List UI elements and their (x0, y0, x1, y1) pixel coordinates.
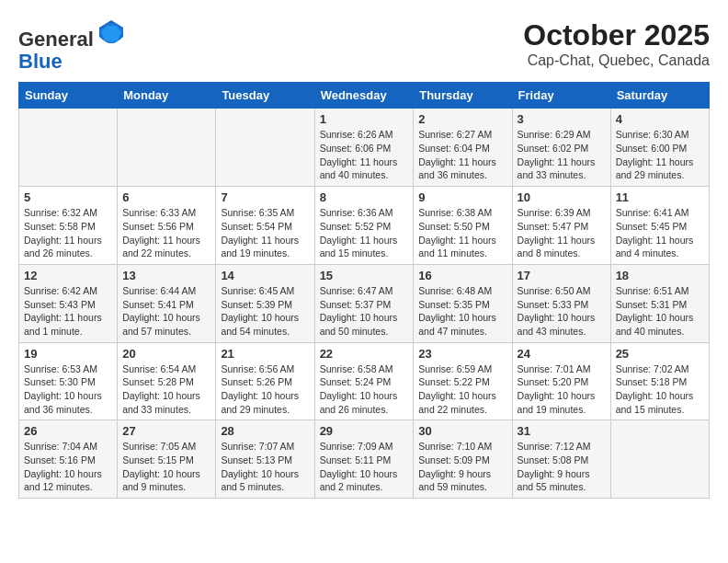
month-title: October 2025 (523, 18, 710, 52)
day-number: 9 (418, 190, 506, 204)
calendar-cell: 23Sunrise: 6:59 AM Sunset: 5:22 PM Dayli… (414, 342, 512, 420)
calendar-cell (610, 420, 709, 499)
calendar-cell: 4Sunrise: 6:30 AM Sunset: 6:00 PM Daylig… (610, 109, 709, 187)
calendar-week-row: 26Sunrise: 7:04 AM Sunset: 5:16 PM Dayli… (19, 420, 710, 499)
calendar-cell: 19Sunrise: 6:53 AM Sunset: 5:30 PM Dayli… (19, 342, 118, 420)
day-info: Sunrise: 7:04 AM Sunset: 5:16 PM Dayligh… (24, 440, 112, 494)
day-info: Sunrise: 7:02 AM Sunset: 5:18 PM Dayligh… (616, 362, 704, 417)
location-subtitle: Cap-Chat, Quebec, Canada (523, 52, 710, 69)
day-number: 23 (418, 347, 506, 361)
logo-blue: Blue (18, 50, 63, 73)
calendar-cell: 5Sunrise: 6:32 AM Sunset: 5:58 PM Daylig… (19, 187, 118, 265)
weekday-header: Saturday (610, 83, 709, 109)
calendar-cell: 2Sunrise: 6:27 AM Sunset: 6:04 PM Daylig… (414, 109, 512, 187)
calendar-table: SundayMondayTuesdayWednesdayThursdayFrid… (18, 82, 710, 499)
calendar-cell: 27Sunrise: 7:05 AM Sunset: 5:15 PM Dayli… (118, 420, 216, 499)
day-number: 24 (518, 347, 606, 361)
calendar-cell: 29Sunrise: 7:09 AM Sunset: 5:11 PM Dayli… (314, 420, 414, 499)
calendar-cell: 30Sunrise: 7:10 AM Sunset: 5:09 PM Dayli… (414, 420, 512, 499)
weekday-header: Tuesday (216, 83, 314, 109)
calendar-cell (19, 109, 118, 187)
calendar-cell: 14Sunrise: 6:45 AM Sunset: 5:39 PM Dayli… (216, 264, 314, 342)
day-number: 25 (616, 347, 704, 361)
calendar-cell: 22Sunrise: 6:58 AM Sunset: 5:24 PM Dayli… (314, 342, 414, 420)
day-number: 5 (24, 190, 112, 204)
day-number: 31 (518, 424, 606, 438)
day-number: 30 (418, 424, 506, 438)
calendar-week-row: 5Sunrise: 6:32 AM Sunset: 5:58 PM Daylig… (19, 187, 710, 265)
calendar-week-row: 1Sunrise: 6:26 AM Sunset: 6:06 PM Daylig… (19, 109, 710, 187)
logo: GeneralBlue (18, 18, 125, 73)
day-info: Sunrise: 6:54 AM Sunset: 5:28 PM Dayligh… (122, 362, 210, 417)
calendar-cell: 3Sunrise: 6:29 AM Sunset: 6:02 PM Daylig… (512, 109, 610, 187)
day-info: Sunrise: 6:44 AM Sunset: 5:41 PM Dayligh… (122, 284, 210, 339)
day-info: Sunrise: 6:42 AM Sunset: 5:43 PM Dayligh… (24, 284, 112, 339)
calendar-week-row: 12Sunrise: 6:42 AM Sunset: 5:43 PM Dayli… (19, 264, 710, 342)
calendar-cell: 11Sunrise: 6:41 AM Sunset: 5:45 PM Dayli… (610, 187, 709, 265)
calendar-cell: 6Sunrise: 6:33 AM Sunset: 5:56 PM Daylig… (118, 187, 216, 265)
weekday-header: Sunday (19, 83, 118, 109)
day-number: 27 (122, 424, 210, 438)
day-info: Sunrise: 6:47 AM Sunset: 5:37 PM Dayligh… (320, 284, 409, 339)
calendar-cell (216, 109, 314, 187)
day-info: Sunrise: 6:39 AM Sunset: 5:47 PM Dayligh… (518, 206, 606, 260)
day-number: 22 (320, 347, 409, 361)
day-info: Sunrise: 7:05 AM Sunset: 5:15 PM Dayligh… (122, 440, 210, 494)
day-info: Sunrise: 6:56 AM Sunset: 5:26 PM Dayligh… (221, 362, 309, 417)
day-number: 11 (616, 190, 704, 204)
day-number: 1 (320, 112, 409, 126)
day-number: 16 (418, 269, 506, 282)
day-number: 8 (320, 190, 409, 204)
day-info: Sunrise: 6:26 AM Sunset: 6:06 PM Dayligh… (320, 128, 409, 182)
day-number: 4 (616, 112, 704, 126)
day-info: Sunrise: 6:27 AM Sunset: 6:04 PM Dayligh… (418, 128, 506, 182)
day-info: Sunrise: 6:38 AM Sunset: 5:50 PM Dayligh… (418, 206, 506, 260)
day-number: 28 (221, 424, 309, 438)
day-info: Sunrise: 6:29 AM Sunset: 6:02 PM Dayligh… (518, 128, 606, 182)
day-info: Sunrise: 6:45 AM Sunset: 5:39 PM Dayligh… (221, 284, 309, 339)
day-info: Sunrise: 7:10 AM Sunset: 5:09 PM Dayligh… (418, 440, 506, 494)
calendar-cell: 16Sunrise: 6:48 AM Sunset: 5:35 PM Dayli… (414, 264, 512, 342)
day-info: Sunrise: 6:41 AM Sunset: 5:45 PM Dayligh… (616, 206, 704, 260)
day-number: 18 (616, 269, 704, 282)
day-number: 2 (418, 112, 506, 126)
calendar-cell: 10Sunrise: 6:39 AM Sunset: 5:47 PM Dayli… (512, 187, 610, 265)
day-number: 13 (122, 269, 210, 282)
calendar-week-row: 19Sunrise: 6:53 AM Sunset: 5:30 PM Dayli… (19, 342, 710, 420)
day-info: Sunrise: 6:32 AM Sunset: 5:58 PM Dayligh… (24, 206, 112, 260)
day-info: Sunrise: 6:59 AM Sunset: 5:22 PM Dayligh… (418, 362, 506, 417)
day-info: Sunrise: 6:58 AM Sunset: 5:24 PM Dayligh… (320, 362, 409, 417)
day-number: 26 (24, 424, 112, 438)
day-number: 12 (24, 269, 112, 282)
day-info: Sunrise: 6:53 AM Sunset: 5:30 PM Dayligh… (24, 362, 112, 417)
calendar-cell: 24Sunrise: 7:01 AM Sunset: 5:20 PM Dayli… (512, 342, 610, 420)
calendar-cell: 13Sunrise: 6:44 AM Sunset: 5:41 PM Dayli… (118, 264, 216, 342)
calendar-cell: 25Sunrise: 7:02 AM Sunset: 5:18 PM Dayli… (610, 342, 709, 420)
calendar-cell: 20Sunrise: 6:54 AM Sunset: 5:28 PM Dayli… (118, 342, 216, 420)
day-info: Sunrise: 6:33 AM Sunset: 5:56 PM Dayligh… (122, 206, 210, 260)
day-info: Sunrise: 7:07 AM Sunset: 5:13 PM Dayligh… (221, 440, 309, 494)
calendar-cell: 31Sunrise: 7:12 AM Sunset: 5:08 PM Dayli… (512, 420, 610, 499)
day-number: 15 (320, 269, 409, 282)
day-info: Sunrise: 7:12 AM Sunset: 5:08 PM Dayligh… (518, 440, 606, 494)
day-number: 6 (122, 190, 210, 204)
day-number: 29 (320, 424, 409, 438)
day-info: Sunrise: 6:48 AM Sunset: 5:35 PM Dayligh… (418, 284, 506, 339)
calendar-cell: 28Sunrise: 7:07 AM Sunset: 5:13 PM Dayli… (216, 420, 314, 499)
day-number: 14 (221, 269, 309, 282)
logo-general: General (18, 28, 94, 51)
day-number: 7 (221, 190, 309, 204)
day-info: Sunrise: 6:30 AM Sunset: 6:00 PM Dayligh… (616, 128, 704, 182)
day-number: 17 (518, 269, 606, 282)
calendar-cell: 9Sunrise: 6:38 AM Sunset: 5:50 PM Daylig… (414, 187, 512, 265)
calendar-cell: 8Sunrise: 6:36 AM Sunset: 5:52 PM Daylig… (314, 187, 414, 265)
calendar-cell: 21Sunrise: 6:56 AM Sunset: 5:26 PM Dayli… (216, 342, 314, 420)
calendar-cell: 12Sunrise: 6:42 AM Sunset: 5:43 PM Dayli… (19, 264, 118, 342)
day-number: 19 (24, 347, 112, 361)
day-number: 21 (221, 347, 309, 361)
day-info: Sunrise: 6:51 AM Sunset: 5:31 PM Dayligh… (616, 284, 704, 339)
day-info: Sunrise: 6:35 AM Sunset: 5:54 PM Dayligh… (221, 206, 309, 260)
calendar-cell: 1Sunrise: 6:26 AM Sunset: 6:06 PM Daylig… (314, 109, 414, 187)
calendar-cell: 15Sunrise: 6:47 AM Sunset: 5:37 PM Dayli… (314, 264, 414, 342)
calendar-cell: 26Sunrise: 7:04 AM Sunset: 5:16 PM Dayli… (19, 420, 118, 499)
